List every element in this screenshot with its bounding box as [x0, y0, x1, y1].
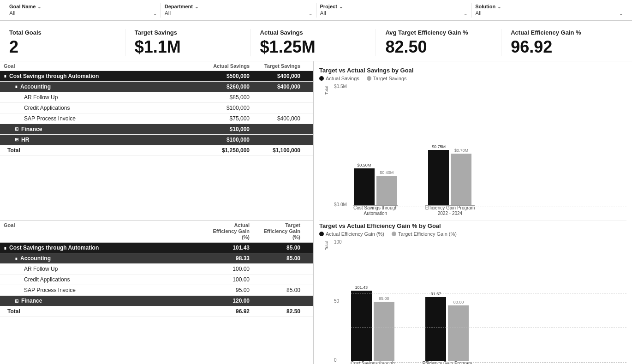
filter-project[interactable]: Project ⌄ All ⌄ — [316, 3, 472, 18]
eff-bar-actual-1: 101.43 — [351, 285, 372, 361]
eff-bar-actual-2: 91.67 — [425, 292, 446, 361]
savings-bar-actual-1-fill — [354, 168, 375, 205]
eff-gridline-50 — [351, 328, 626, 328]
chevron-icon: ⌄ — [37, 4, 41, 9]
actual-savings-title: Actual Savings — [260, 29, 303, 36]
savings-table-row[interactable]: SAP Process Invoice $75,000 $400,000 — [0, 113, 313, 124]
eff-row-actual: 100.00 — [190, 266, 250, 272]
eff-y-labels: 100 50 0 — [334, 239, 351, 364]
expand-plus-icon[interactable]: ⊞ — [15, 126, 18, 131]
row-target-savings: $400,000 — [250, 115, 310, 122]
savings-y-label-00: $0.0M — [334, 202, 353, 207]
eff-expand-minus-icon[interactable]: ∎ — [4, 245, 6, 251]
goal-name-select[interactable]: All ⌄ — [9, 9, 157, 17]
eff-bar-target-2-fill — [448, 305, 469, 361]
eff-row-actual: 101.43 — [190, 245, 250, 251]
savings-bar-target-1: $0.40M — [376, 170, 397, 205]
savings-bar-target-1-label: $0.40M — [380, 170, 394, 175]
eff-row-actual: 96.92 — [190, 308, 250, 315]
row-actual-savings: $10,000 — [194, 126, 250, 132]
filter-solution[interactable]: Solution ⌄ All ⌄ — [471, 3, 626, 18]
savings-table-body[interactable]: ∎Cost Savings through Automation $500,00… — [0, 71, 313, 220]
total-goals-title: Total Goals — [9, 29, 42, 36]
chevron-down-icon: ⌄ — [153, 11, 157, 16]
goal-name-value: All — [9, 10, 15, 17]
efficiency-table-section: Goal Actual Efficiency Gain (%) Target E… — [0, 221, 313, 364]
chevron-down-icon4: ⌄ — [619, 11, 623, 16]
savings-bars-1: $0.50M $0.40M — [354, 163, 397, 205]
eff-bar-target-1-fill — [374, 302, 394, 361]
eff-row-target: 85.00 — [250, 255, 310, 262]
efficiency-table-row[interactable]: ∎Accounting 98.33 85.00 — [0, 253, 313, 264]
savings-table-row[interactable]: Total $1,250,000 $1,100,000 — [0, 145, 313, 156]
row-actual-savings: $100,000 — [194, 105, 250, 111]
eff-row-actual: 95.00 — [190, 287, 250, 293]
metric-actual-savings: Actual Savings $1.25M — [251, 29, 376, 56]
savings-bar-group-2: $0.75M $0.70M Efficiency Gain Program202… — [425, 144, 475, 216]
efficiency-table-row[interactable]: ∎Cost Savings through Automation 101.43 … — [0, 243, 313, 253]
efficiency-table-row[interactable]: Credit Applications 100.00 — [0, 274, 313, 285]
efficiency-table-header: Goal Actual Efficiency Gain (%) Target E… — [0, 221, 313, 243]
legend-dot-gray — [367, 76, 371, 81]
eff-expand-plus-icon[interactable]: ⊞ — [15, 298, 18, 304]
filter-dept-label: Department ⌄ — [165, 4, 312, 9]
legend-dot-eff-gray — [392, 232, 396, 236]
eff-y-label-50: 50 — [334, 298, 351, 304]
savings-table-row[interactable]: ⊞Finance $10,000 — [0, 124, 313, 135]
eff-row-goal-text: Total — [4, 308, 190, 315]
eff-bar-target-1: 85.00 — [374, 296, 394, 361]
project-select[interactable]: All ⌄ — [320, 9, 468, 17]
savings-y-labels: $0.5M $0.0M — [334, 84, 353, 218]
legend-dot-black — [319, 76, 324, 81]
solution-select[interactable]: All ⌄ — [475, 9, 623, 17]
savings-chart-title: Target vs Actual Savings by Goal — [319, 67, 626, 74]
expand-minus-icon[interactable]: ∎ — [4, 73, 6, 78]
eff-row-goal-text: AR Follow Up — [4, 266, 190, 272]
dept-label-text: Department — [165, 4, 193, 9]
eff-y-label-100: 100 — [334, 239, 351, 245]
savings-bars-container: $0.50M $0.40M Cost Savings throughAutoma… — [353, 84, 626, 218]
row-goal-text: ∎Accounting — [4, 84, 194, 90]
savings-table-row[interactable]: ∎Cost Savings through Automation $500,00… — [0, 71, 313, 82]
row-target-savings: $400,000 — [250, 73, 310, 79]
legend-target-savings: Target Savings — [367, 76, 407, 81]
efficiency-table-row[interactable]: ⊞Finance 120.00 — [0, 296, 313, 306]
metric-target-savings: Target Savings $1.1M — [125, 29, 251, 56]
savings-table-section: Goal Actual Savings Target Savings ∎Cost… — [0, 61, 313, 221]
eff-y-label-0: 0 — [334, 358, 351, 363]
efficiency-table-row[interactable]: Total 96.92 82.50 — [0, 306, 313, 317]
eff-row-target: 85.00 — [250, 245, 310, 251]
savings-chart-legend: Actual Savings Target Savings — [319, 76, 626, 81]
eff-expand-minus-icon[interactable]: ∎ — [15, 256, 18, 261]
legend-target-eff-label: Target Efficiency Gain (%) — [398, 231, 457, 237]
row-goal-text: Credit Applications — [4, 105, 194, 111]
row-actual-savings: $75,000 — [194, 115, 250, 122]
efficiency-table-row[interactable]: AR Follow Up 100.00 — [0, 264, 313, 274]
eff-row-goal-text: ∎Cost Savings through Automation — [4, 245, 190, 251]
savings-table-row[interactable]: Credit Applications $100,000 — [0, 103, 313, 113]
savings-bar-actual-2: $0.75M — [428, 144, 449, 205]
solution-value: All — [475, 10, 481, 17]
target-savings-title: Target Savings — [135, 29, 177, 36]
filter-goal-name[interactable]: Goal Name ⌄ All ⌄ — [6, 3, 161, 18]
filter-department[interactable]: Department ⌄ All ⌄ — [161, 3, 316, 18]
row-target-savings: $400,000 — [250, 84, 310, 90]
efficiency-table-body[interactable]: ∎Cost Savings through Automation 101.43 … — [0, 243, 313, 364]
dept-select[interactable]: All ⌄ — [165, 9, 312, 17]
efficiency-table-row[interactable]: SAP Process Invoice 95.00 85.00 — [0, 285, 313, 296]
filter-goal-label: Goal Name ⌄ — [9, 4, 157, 9]
expand-minus-icon[interactable]: ∎ — [15, 84, 18, 89]
legend-actual-eff-label: Actual Efficiency Gain (%) — [326, 231, 384, 237]
actual-eff-title: Actual Efficiency Gain % — [511, 29, 581, 36]
savings-table-row[interactable]: ⊞HR $100,000 — [0, 135, 313, 145]
eff-row-actual: 120.00 — [190, 298, 250, 304]
savings-table-row[interactable]: ∎Accounting $260,000 $400,000 — [0, 82, 313, 92]
eff-row-goal-text: ⊞Finance — [4, 298, 190, 304]
row-goal-text: ∎Cost Savings through Automation — [4, 73, 194, 79]
eff-y-axis: Total — [319, 239, 334, 364]
savings-table-row[interactable]: AR Follow Up $85,000 — [0, 92, 313, 103]
expand-plus-icon[interactable]: ⊞ — [15, 137, 18, 142]
eff-bar-actual-2-label: 91.67 — [431, 292, 441, 296]
metrics-row: Total Goals 2 Target Savings $1.1M Actua… — [0, 21, 632, 61]
eff-bars-2: 91.67 80.00 — [425, 292, 469, 361]
